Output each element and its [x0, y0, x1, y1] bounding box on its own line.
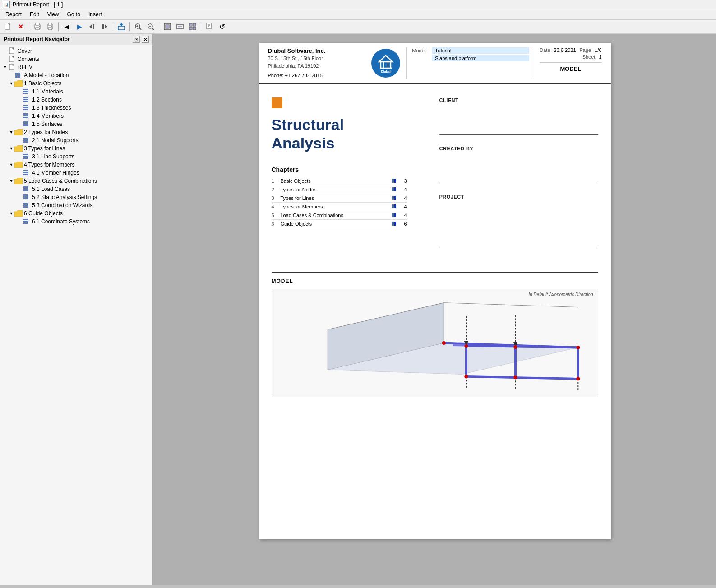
toggle-rfem[interactable]: ▼	[2, 65, 8, 69]
tree-item-3-lines[interactable]: ▼ 3 Types for Lines	[0, 144, 152, 153]
tree-item-1-1-materials[interactable]: 1.1 Materials	[0, 88, 152, 96]
tree-item-1-basic[interactable]: ▼ 1 Basic Objects	[0, 79, 152, 88]
svg-rect-31	[193, 27, 196, 30]
zoom-out-button[interactable]	[145, 21, 156, 32]
toggle-1-basic[interactable]: ▼	[8, 81, 14, 86]
fit-page-button[interactable]	[162, 21, 173, 32]
tree-item-1-3-thicknesses[interactable]: 1.3 Thicknesses	[0, 104, 152, 112]
next-button[interactable]: ▶	[74, 21, 85, 32]
grid-icon	[23, 113, 31, 119]
fit-width-button[interactable]	[175, 21, 185, 32]
window-title: Printout Report - [ 1 ]	[13, 1, 63, 8]
print-button[interactable]	[32, 21, 43, 32]
toggle-4-members[interactable]: ▼	[8, 162, 14, 167]
menu-bar: Report Edit View Go to Insert	[0, 9, 716, 20]
svg-rect-49	[23, 89, 26, 90]
document-page: Dlubal Software, Inc. 30 S. 15th St., 15…	[259, 43, 611, 539]
folder-icon	[14, 129, 23, 135]
svg-rect-80	[23, 138, 26, 139]
date-info: Date 23.6.2021 Page 1/6 Sheet 1 MODEL	[534, 47, 601, 79]
tree-item-5-2-static[interactable]: 5.2 Static Analysis Settings	[0, 193, 152, 201]
tree-item-5-1-load-cases[interactable]: 5.1 Load Cases	[0, 185, 152, 193]
svg-rect-64	[26, 107, 28, 108]
tree-label-1-1: 1.1 Materials	[32, 88, 63, 95]
svg-rect-101	[23, 186, 26, 188]
svg-rect-103	[23, 188, 26, 190]
export-button[interactable]	[116, 21, 127, 32]
toggle-2-nodes[interactable]: ▼	[8, 130, 14, 134]
svg-rect-3	[36, 23, 39, 25]
chapter-name-1: Basic Objects	[281, 178, 392, 184]
tree-item-6-1-coord[interactable]: 6.1 Coordinate Systems	[0, 218, 152, 226]
tree-item-1-2-sections[interactable]: 1.2 Sections	[0, 96, 152, 104]
svg-rect-90	[26, 156, 28, 157]
sheet-value: 1	[599, 54, 601, 60]
chapter-row-6: 6 Guide Objects 6	[272, 220, 407, 228]
page-setup-button[interactable]	[204, 21, 215, 32]
new-button[interactable]	[3, 21, 14, 32]
svg-rect-87	[23, 154, 26, 155]
zoom-in-button[interactable]	[133, 21, 143, 32]
grid-icon	[23, 88, 31, 95]
tree-item-5-load-cases[interactable]: ▼ 5 Load Cases & Combinations	[0, 177, 152, 185]
svg-point-9	[51, 26, 52, 27]
menu-report[interactable]: Report	[2, 10, 25, 19]
toggle-5-load[interactable]: ▼	[8, 179, 14, 183]
tree-item-a-model[interactable]: A Model - Location	[0, 71, 152, 79]
grid-icon	[23, 170, 31, 176]
tree-item-6-guide[interactable]: ▼ 6 Guide Objects	[0, 209, 152, 218]
svg-rect-110	[26, 196, 28, 198]
print2-button[interactable]	[45, 21, 55, 32]
tree-item-5-3-combination[interactable]: 5.3 Combination Wizards	[0, 201, 152, 209]
tree-item-2-nodes[interactable]: ▼ 2 Types for Nodes	[0, 128, 152, 136]
tree-item-4-members[interactable]: ▼ 4 Types for Members	[0, 161, 152, 169]
svg-rect-117	[23, 206, 26, 208]
svg-rect-125	[26, 222, 28, 224]
tree-label-6-1: 6.1 Coordinate Systems	[32, 218, 90, 225]
model-info: Model: Tutorial Slabs and platform	[406, 47, 529, 79]
chapters-table: 1 Basic Objects 3	[272, 177, 407, 228]
tree-item-1-5-surfaces[interactable]: 1.5 Surfaces	[0, 120, 152, 128]
orange-decoration	[272, 97, 282, 108]
menu-goto[interactable]: Go to	[64, 10, 84, 19]
first-button[interactable]	[87, 21, 97, 32]
svg-rect-96	[23, 172, 26, 173]
tree-item-1-4-members[interactable]: 1.4 Members	[0, 112, 152, 120]
svg-point-157	[464, 375, 468, 378]
last-button[interactable]	[99, 21, 110, 32]
project-area	[439, 202, 598, 247]
close-button[interactable]: ✕	[15, 21, 26, 32]
svg-rect-123	[26, 221, 28, 222]
svg-rect-8	[48, 28, 52, 30]
view-mode-button[interactable]	[187, 21, 198, 32]
tree-item-contents[interactable]: Contents	[0, 55, 152, 63]
tree-item-2-1-nodal[interactable]: 2.1 Nodal Supports	[0, 136, 152, 144]
svg-rect-113	[23, 203, 26, 204]
cover-title: Structural Analysis	[272, 116, 430, 153]
svg-rect-120	[23, 219, 26, 220]
content-area[interactable]: Dlubal Software, Inc. 30 S. 15th St., 15…	[153, 34, 716, 585]
svg-rect-14	[118, 26, 125, 30]
prev-button[interactable]: ◀	[61, 21, 72, 32]
toggle-6-guide[interactable]: ▼	[8, 211, 14, 216]
svg-rect-77	[23, 125, 26, 126]
nav-close-button[interactable]: ✕	[142, 36, 149, 43]
svg-rect-30	[189, 27, 192, 30]
svg-point-156	[576, 346, 580, 349]
refresh-button[interactable]: ↺	[217, 21, 227, 32]
chapter-num-1: 1	[272, 178, 281, 184]
tree-item-4-1-member-hinges[interactable]: 4.1 Member Hinges	[0, 169, 152, 177]
menu-edit[interactable]: Edit	[26, 10, 43, 19]
folder-icon	[14, 178, 23, 184]
tree-item-rfem[interactable]: ▼ RFEM	[0, 63, 152, 71]
separator-1	[29, 22, 29, 31]
svg-rect-111	[23, 198, 26, 199]
nav-restore-button[interactable]: ⊡	[133, 36, 140, 43]
tree-item-cover[interactable]: Cover	[0, 47, 152, 55]
client-area	[439, 106, 598, 135]
tree-item-3-1-line-supports[interactable]: 3.1 Line Supports	[0, 153, 152, 161]
menu-view[interactable]: View	[44, 10, 63, 19]
menu-insert[interactable]: Insert	[85, 10, 106, 19]
toggle-3-lines[interactable]: ▼	[8, 146, 14, 151]
svg-rect-58	[26, 99, 28, 100]
